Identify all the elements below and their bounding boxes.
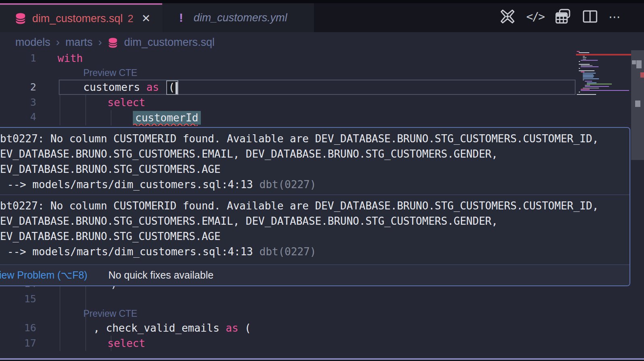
editor-window: dim_customers.sql 2 ✕ ! dim_customers.ym…	[0, 0, 644, 361]
sql-keyword-with: with	[58, 51, 83, 66]
error-text: EV_DATABASE.BRUNO.STG_CUSTOMERS.EMAIL, D…	[0, 213, 625, 229]
code-line-16: 16 , check_valid_emails as (	[0, 320, 644, 336]
error-code: dbt(0227)	[259, 178, 316, 191]
error-text: bt0227: No column CUSTOMERID found. Avai…	[0, 198, 625, 213]
error-text: EV_DATABASE.BRUNO.STG_CUSTOMERS.AGE	[0, 229, 625, 244]
text-cursor	[175, 82, 178, 94]
breadcrumb-file[interactable]: dim_customers.sql	[124, 36, 215, 49]
minimap-line	[579, 68, 580, 69]
tab-bar: dim_customers.sql 2 ✕ ! dim_customers.ym…	[0, 0, 644, 32]
sql-keyword-select: select	[107, 95, 145, 110]
code-line-15: 15	[0, 291, 644, 307]
minimap-line	[581, 72, 584, 72]
overview-ruler-mark	[636, 60, 642, 68]
dbt-power-user-icon[interactable]	[500, 8, 516, 25]
code-line-1: 1 with	[0, 51, 644, 66]
code-line-3: 3 select	[0, 95, 644, 110]
error-hover-popup: bt0227: No column CUSTOMERID found. Avai…	[0, 127, 630, 286]
minimap-line	[579, 64, 590, 65]
editor-actions: </> ⋯	[500, 8, 621, 25]
minimap-line	[581, 60, 598, 61]
code-text: , check_valid_emails as (	[93, 320, 251, 336]
minimap-line	[583, 73, 596, 74]
preview-cte-lens[interactable]: Preview CTE	[83, 307, 137, 320]
overview-ruler-mark	[635, 101, 640, 107]
execute-sql-icon[interactable]: </>	[526, 8, 544, 25]
minimap-line	[583, 74, 593, 75]
hover-status-bar: iew Problem (⌥F8) No quick fixes availab…	[0, 265, 630, 285]
minimap-line	[583, 56, 585, 57]
code-text: customers as (	[83, 80, 178, 95]
overview-ruler-error-mark	[640, 72, 644, 78]
overview-ruler-mark	[632, 60, 636, 64]
codelens-row: Preview CTE	[0, 66, 644, 80]
minimap-error-line	[576, 54, 631, 55]
tab-title: dim_customers.yml	[194, 12, 287, 24]
no-quick-fixes-text: No quick fixes available	[108, 269, 213, 281]
minimap-line	[583, 78, 599, 79]
bracket-match: (	[166, 80, 179, 95]
close-icon[interactable]: ✕	[142, 12, 151, 25]
breadcrumb: models › marts › dim_customers.sql	[15, 34, 215, 51]
minimap-line	[579, 61, 580, 62]
error-text: bt0227: No column CUSTOMERID found. Avai…	[0, 131, 625, 146]
tab-problem-count: 2	[128, 12, 133, 25]
error-location: --> models/marts/dim_customers.sql:4:13d…	[0, 177, 625, 192]
minimap-line	[577, 51, 580, 52]
error-message-block-1: bt0227: No column CUSTOMERID found. Avai…	[0, 128, 630, 195]
minimap-line	[581, 66, 599, 67]
error-location: --> models/marts/dim_customers.sql:4:13d…	[0, 244, 625, 259]
codelens-row: Preview CTE	[0, 307, 644, 320]
code-line-2: 2 customers as (	[0, 80, 644, 95]
minimap-line	[581, 65, 592, 66]
code-line-4: 4 customerId	[0, 110, 644, 125]
minimap-line	[583, 76, 594, 76]
preview-cte-lens[interactable]: Preview CTE	[83, 66, 137, 80]
minimap-line	[583, 59, 586, 59]
sql-keyword-select: select	[107, 336, 145, 351]
line-number: 1	[0, 51, 36, 66]
split-editor-icon[interactable]	[582, 8, 598, 25]
more-actions-icon[interactable]: ⋯	[609, 8, 621, 25]
warning-icon: !	[179, 11, 183, 25]
view-problem-link[interactable]: iew Problem (⌥F8)	[0, 269, 87, 281]
window-top-strip	[0, 0, 644, 3]
error-text: EV_DATABASE.BRUNO.STG_CUSTOMERS.EMAIL, D…	[0, 146, 625, 162]
line-number: 4	[0, 110, 36, 124]
line-number: 3	[0, 95, 36, 110]
code-line-17: 17 select	[0, 336, 644, 351]
tab-dim-customers-sql[interactable]: dim_customers.sql 2 ✕	[0, 3, 162, 32]
chevron-right-icon: ›	[56, 36, 60, 49]
tab-title: dim_customers.sql	[32, 12, 123, 25]
chevron-right-icon: ›	[98, 36, 102, 49]
breadcrumb-models[interactable]: models	[15, 36, 50, 49]
error-message-block-2: bt0227: No column CUSTOMERID found. Avai…	[0, 195, 630, 262]
database-icon	[107, 36, 118, 48]
error-code: dbt(0227)	[259, 246, 316, 258]
line-number: 15	[0, 291, 36, 307]
query-results-icon[interactable]	[555, 8, 572, 25]
error-squiggle	[133, 123, 198, 126]
line-number: 2	[0, 80, 36, 95]
breadcrumb-marts[interactable]: marts	[65, 36, 93, 49]
database-icon	[14, 12, 27, 25]
error-text: EV_DATABASE.BRUNO.STG_CUSTOMERS.AGE	[0, 162, 625, 177]
tab-dim-customers-yml[interactable]: ! dim_customers.yml	[162, 3, 314, 32]
line-number: 17	[0, 336, 36, 351]
minimap-line	[583, 57, 586, 58]
line-number: 16	[0, 320, 36, 336]
minimap-line	[583, 77, 593, 78]
minimap-line	[579, 70, 594, 71]
minimap-line	[579, 52, 589, 53]
